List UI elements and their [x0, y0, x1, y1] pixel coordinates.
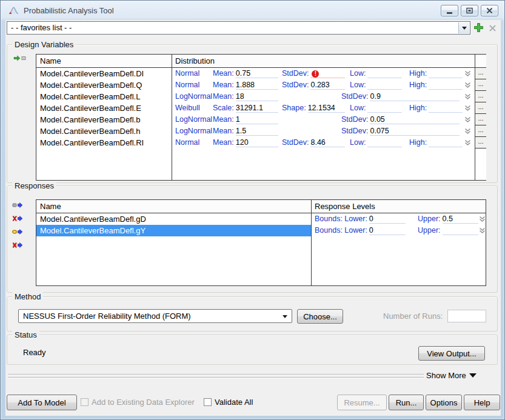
table-row[interactable]: Model.CantileverBeamDefl.RI Normal Mean:… — [36, 137, 475, 148]
distribution-type[interactable]: Normal — [175, 79, 199, 91]
mean-field[interactable]: Mean:1 — [213, 115, 278, 124]
responses-header: Name Response Levels — [36, 200, 486, 213]
options-button[interactable]: Options — [426, 395, 462, 410]
stddev-field[interactable]: StdDev:0.05 — [341, 115, 460, 124]
table-row[interactable]: Model.CantileverBeamDefl.h LogNormal Mea… — [36, 125, 475, 137]
row-options-column: ... ... ... ... ... ... ... — [475, 55, 486, 180]
choose-method-button[interactable]: Choose... — [297, 309, 343, 324]
stddev-field[interactable]: StdDev:0.283 — [282, 80, 345, 90]
add-favorite-button[interactable] — [473, 22, 484, 33]
scale-field[interactable]: Scale:31291.1 — [213, 103, 278, 113]
ellipsis-button[interactable]: ... — [475, 79, 486, 91]
ellipsis-button[interactable]: ... — [475, 114, 486, 125]
mean-field[interactable]: Mean:1.5 — [213, 126, 278, 136]
stddev-field[interactable]: StdDev:0.075 — [341, 126, 460, 136]
lower-bound-field[interactable]: Bounds: Lower:0 — [315, 214, 406, 224]
stddev-field[interactable]: StdDev:8.46 — [282, 138, 345, 147]
lower-bound-field[interactable]: Bounds: Lower:0 — [315, 225, 406, 235]
window-title: Probabilistic Analysis Tool — [24, 6, 114, 15]
method-title: Method — [12, 292, 43, 301]
distribution-type[interactable]: LogNormal — [175, 91, 212, 102]
mean-field[interactable]: Mean:18 — [213, 92, 278, 101]
table-row[interactable]: Model.CantileverBeamDefl.b LogNormal Mea… — [36, 114, 475, 125]
table-row[interactable]: Model.CantileverBeamDefl.E Weibull Scale… — [36, 102, 475, 114]
design-variables-table: Name Distribution Model.CantileverBeamDe… — [36, 54, 486, 181]
method-selected-value: NESSUS First-Order Reliability Method (F… — [23, 312, 191, 321]
chevron-expand-icon[interactable] — [464, 70, 472, 77]
table-row[interactable]: Model.CantileverBeamDefl.Q Normal Mean:1… — [36, 79, 475, 91]
restore-button[interactable] — [461, 5, 478, 16]
table-row-selected[interactable]: Model.CantileverBeamDefl.gY Bounds: Lowe… — [36, 225, 487, 236]
mean-field[interactable]: Mean:0.75 — [213, 68, 278, 78]
mean-field[interactable]: Mean:1.888 — [213, 80, 278, 90]
chevron-expand-icon[interactable] — [464, 82, 472, 88]
help-button[interactable]: Help — [464, 395, 500, 410]
ellipsis-button[interactable]: ... — [475, 68, 486, 79]
high-field[interactable]: High: — [409, 103, 463, 113]
variable-name[interactable]: Model.CantileverBeamDefl.h — [36, 125, 172, 137]
favorites-dropdown-button[interactable] — [458, 22, 469, 33]
high-field[interactable]: High: — [409, 68, 463, 78]
status-text: Ready — [23, 348, 46, 357]
response-name[interactable]: Model.CantileverBeamDefl.gY — [36, 225, 311, 236]
low-field[interactable]: Low: — [350, 103, 402, 113]
variable-name[interactable]: Model.CantileverBeamDefl.b — [36, 114, 172, 125]
minimize-button[interactable] — [441, 5, 458, 16]
shape-field[interactable]: Shape:12.1534 — [282, 103, 345, 113]
chevron-expand-icon[interactable] — [478, 227, 486, 234]
responses-title: Responses — [12, 181, 56, 190]
chevron-expand-icon[interactable] — [478, 216, 486, 222]
low-field[interactable]: Low: — [350, 68, 402, 78]
number-of-runs-label: Number of Runs: — [383, 312, 443, 321]
chevron-expand-icon[interactable] — [464, 139, 472, 146]
app-bell-curve-icon — [8, 5, 19, 15]
table-row[interactable]: Model.CantileverBeamDefl.gD Bounds: Lowe… — [36, 213, 487, 225]
low-field[interactable]: Low: — [350, 138, 402, 147]
map-variable-icon — [13, 55, 27, 62]
distribution-type[interactable]: LogNormal — [175, 114, 212, 125]
upper-bound-field[interactable]: Upper:0.5 — [418, 214, 478, 224]
remove-level-icon — [12, 241, 24, 249]
add-to-model-button[interactable]: Add To Model — [7, 395, 77, 410]
ellipsis-button[interactable]: ... — [475, 91, 486, 102]
mean-field[interactable]: Mean:120 — [213, 138, 278, 147]
variable-name[interactable]: Model.CantileverBeamDefl.E — [36, 102, 172, 114]
method-dropdown[interactable]: NESSUS First-Order Reliability Method (F… — [18, 309, 292, 323]
low-field[interactable]: Low: — [350, 80, 402, 90]
validate-all-checkbox[interactable] — [204, 398, 212, 406]
high-field[interactable]: High: — [409, 138, 463, 147]
table-row[interactable]: Model.CantileverBeamDefl.DI Normal Mean:… — [36, 68, 475, 79]
column-header-name: Name — [36, 55, 172, 67]
distribution-type[interactable]: Normal — [175, 137, 199, 148]
minimize-icon — [441, 5, 458, 16]
ellipsis-button[interactable]: ... — [475, 137, 486, 148]
divider — [8, 374, 424, 375]
responses-groupbox: Responses Name Response L — [7, 185, 498, 293]
remove-favorite-button-disabled — [489, 24, 497, 32]
variable-name[interactable]: Model.CantileverBeamDefl.RI — [36, 137, 172, 148]
distribution-type[interactable]: Normal — [175, 68, 199, 79]
stddev-field[interactable]: StdDev:! — [282, 68, 345, 78]
ellipsis-button[interactable]: ... — [475, 102, 486, 114]
show-more-toggle[interactable]: Show More — [426, 371, 477, 380]
high-field[interactable]: High: — [409, 80, 463, 90]
chevron-expand-icon[interactable] — [464, 116, 472, 123]
favorites-combobox[interactable]: - - favorites list - - — [7, 21, 470, 35]
response-name[interactable]: Model.CantileverBeamDefl.gD — [36, 213, 311, 225]
stddev-field[interactable]: StdDev:0.9 — [341, 92, 460, 101]
distribution-type[interactable]: Weibull — [175, 102, 200, 114]
run-button[interactable]: Run... — [389, 395, 424, 410]
chevron-expand-icon[interactable] — [464, 128, 472, 135]
table-row[interactable]: Model.CantileverBeamDefl.L LogNormal Mea… — [36, 91, 475, 102]
view-output-button[interactable]: View Output... — [418, 346, 485, 361]
favorites-value: - - favorites list - - — [11, 23, 72, 32]
close-button[interactable] — [481, 5, 498, 16]
variable-name[interactable]: Model.CantileverBeamDefl.DI — [36, 68, 172, 79]
variable-name[interactable]: Model.CantileverBeamDefl.L — [36, 91, 172, 102]
ellipsis-button[interactable]: ... — [475, 125, 486, 137]
upper-bound-field[interactable]: Upper: — [418, 225, 478, 235]
variable-name[interactable]: Model.CantileverBeamDefl.Q — [36, 79, 172, 91]
distribution-type[interactable]: LogNormal — [175, 125, 212, 137]
chevron-expand-icon[interactable] — [464, 93, 472, 100]
chevron-expand-icon[interactable] — [464, 105, 472, 112]
